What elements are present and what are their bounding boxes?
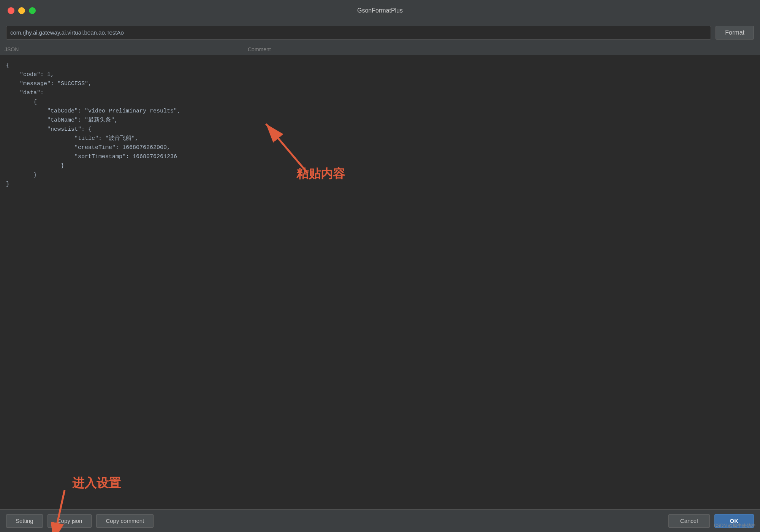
json-content: { "code": 1, "message": "SUCCESS", "data… — [6, 61, 237, 189]
close-button[interactable] — [8, 7, 14, 14]
comment-panel: Comment 粘贴内容 — [243, 44, 760, 509]
bottom-bar: Setting Copy json Copy comment Cancel OK — [0, 509, 760, 532]
json-display-area[interactable]: { "code": 1, "message": "SUCCESS", "data… — [0, 55, 243, 509]
comment-editor[interactable] — [243, 55, 760, 509]
json-panel-label: JSON — [0, 44, 243, 55]
format-button[interactable]: Format — [716, 26, 754, 40]
main-content: JSON { "code": 1, "message": "SUCCESS", … — [0, 44, 760, 509]
main-window: GsonFormatPlus Format JSON { "code": 1, … — [0, 0, 760, 532]
copy-comment-button[interactable]: Copy comment — [96, 514, 154, 528]
class-name-input[interactable] — [6, 26, 711, 40]
toolbar: Format — [0, 21, 760, 44]
setting-button[interactable]: Setting — [6, 514, 43, 528]
watermark: CSDN @蜗牛使劲冲 — [714, 522, 755, 529]
minimize-button[interactable] — [18, 7, 25, 14]
comment-panel-label: Comment — [243, 44, 760, 55]
maximize-button[interactable] — [29, 7, 36, 14]
json-panel: JSON { "code": 1, "message": "SUCCESS", … — [0, 44, 243, 509]
title-bar: GsonFormatPlus — [0, 0, 760, 21]
copy-json-button[interactable]: Copy json — [48, 514, 92, 528]
cancel-button[interactable]: Cancel — [668, 514, 710, 528]
traffic-lights — [8, 7, 36, 14]
window-title: GsonFormatPlus — [357, 7, 403, 14]
